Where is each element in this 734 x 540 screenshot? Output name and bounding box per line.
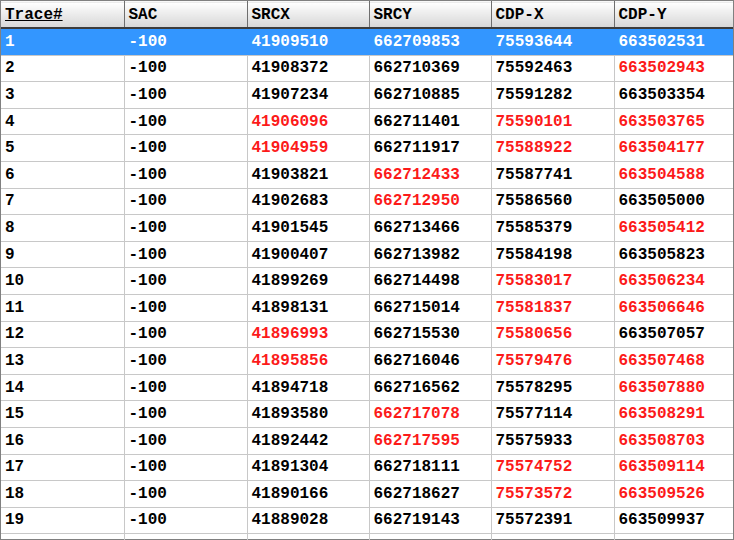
cell-trace[interactable]: 18 <box>1 481 124 508</box>
cell-trace[interactable]: 5 <box>1 135 124 162</box>
cell-cdpy[interactable]: 663505412 <box>614 215 733 242</box>
cell-sac[interactable]: -100 <box>124 481 247 508</box>
cell-trace[interactable]: 14 <box>1 374 124 401</box>
cell-cdpx[interactable]: 75584198 <box>491 241 614 268</box>
table-row[interactable]: 3-1004190723466271088575591282663503354 <box>1 82 733 109</box>
cell-cdpx[interactable]: 75574752 <box>491 454 614 481</box>
cell-cdpx[interactable]: 75579476 <box>491 348 614 375</box>
cell-srcx[interactable]: 41895856 <box>247 348 369 375</box>
cell-srcy[interactable]: 662716562 <box>369 374 491 401</box>
table-row[interactable]: 20-1004188789066271965975571210663510348 <box>1 534 733 540</box>
cell-sac[interactable]: -100 <box>124 108 247 135</box>
cell-srcy[interactable]: 662712950 <box>369 188 491 215</box>
cell-srcx[interactable]: 41889028 <box>247 507 369 534</box>
column-header-cdpx[interactable]: CDP-X <box>491 2 614 29</box>
cell-trace[interactable]: 9 <box>1 241 124 268</box>
cell-cdpy[interactable]: 663509937 <box>614 507 733 534</box>
cell-srcy[interactable]: 662716046 <box>369 348 491 375</box>
column-header-trace[interactable]: Trace# <box>1 2 124 29</box>
cell-srcx[interactable]: 41896993 <box>247 321 369 348</box>
cell-cdpx[interactable]: 75591282 <box>491 82 614 109</box>
cell-trace[interactable]: 16 <box>1 427 124 454</box>
cell-cdpx[interactable]: 75572391 <box>491 507 614 534</box>
cell-srcx[interactable]: 41908372 <box>247 55 369 82</box>
cell-cdpx[interactable]: 75590101 <box>491 108 614 135</box>
cell-sac[interactable]: -100 <box>124 28 247 55</box>
cell-cdpy[interactable]: 663502531 <box>614 28 733 55</box>
cell-cdpx[interactable]: 75573572 <box>491 481 614 508</box>
cell-cdpx[interactable]: 75587741 <box>491 161 614 188</box>
cell-srcx[interactable]: 41898131 <box>247 294 369 321</box>
cell-srcy[interactable]: 662709853 <box>369 28 491 55</box>
cell-cdpy[interactable]: 663503354 <box>614 82 733 109</box>
column-header-cdpy[interactable]: CDP-Y <box>614 2 733 29</box>
cell-sac[interactable]: -100 <box>124 374 247 401</box>
table-row[interactable]: 5-1004190495966271191775588922663504177 <box>1 135 733 162</box>
table-row[interactable]: 15-1004189358066271707875577114663508291 <box>1 401 733 428</box>
cell-cdpy[interactable]: 663506234 <box>614 268 733 295</box>
cell-cdpy[interactable]: 663504177 <box>614 135 733 162</box>
table-row[interactable]: 12-1004189699366271553075580656663507057 <box>1 321 733 348</box>
cell-trace[interactable]: 10 <box>1 268 124 295</box>
cell-sac[interactable]: -100 <box>124 401 247 428</box>
cell-trace[interactable]: 2 <box>1 55 124 82</box>
cell-cdpx[interactable]: 75571210 <box>491 534 614 540</box>
cell-trace[interactable]: 7 <box>1 188 124 215</box>
cell-srcy[interactable]: 662715014 <box>369 294 491 321</box>
cell-cdpy[interactable]: 663509526 <box>614 481 733 508</box>
cell-trace[interactable]: 11 <box>1 294 124 321</box>
cell-srcx[interactable]: 41894718 <box>247 374 369 401</box>
cell-sac[interactable]: -100 <box>124 427 247 454</box>
column-header-srcx[interactable]: SRCX <box>247 2 369 29</box>
cell-srcx[interactable]: 41899269 <box>247 268 369 295</box>
cell-srcx[interactable]: 41891304 <box>247 454 369 481</box>
table-row[interactable]: 7-1004190268366271295075586560663505000 <box>1 188 733 215</box>
cell-cdpy[interactable]: 663505823 <box>614 241 733 268</box>
cell-srcy[interactable]: 662711401 <box>369 108 491 135</box>
cell-srcx[interactable]: 41890166 <box>247 481 369 508</box>
table-row[interactable]: 9-1004190040766271398275584198663505823 <box>1 241 733 268</box>
cell-srcy[interactable]: 662715530 <box>369 321 491 348</box>
cell-srcy[interactable]: 662713982 <box>369 241 491 268</box>
cell-srcy[interactable]: 662717078 <box>369 401 491 428</box>
cell-cdpx[interactable]: 75585379 <box>491 215 614 242</box>
cell-trace[interactable]: 13 <box>1 348 124 375</box>
cell-sac[interactable]: -100 <box>124 294 247 321</box>
cell-cdpx[interactable]: 75575933 <box>491 427 614 454</box>
cell-cdpx[interactable]: 75583017 <box>491 268 614 295</box>
cell-srcx[interactable]: 41903821 <box>247 161 369 188</box>
cell-sac[interactable]: -100 <box>124 55 247 82</box>
cell-srcx[interactable]: 41904959 <box>247 135 369 162</box>
table-row[interactable]: 1-1004190951066270985375593644663502531 <box>1 28 733 55</box>
cell-cdpy[interactable]: 663507880 <box>614 374 733 401</box>
cell-srcx[interactable]: 41906096 <box>247 108 369 135</box>
cell-cdpy[interactable]: 663507468 <box>614 348 733 375</box>
cell-srcx[interactable]: 41902683 <box>247 188 369 215</box>
cell-srcy[interactable]: 662711917 <box>369 135 491 162</box>
cell-cdpy[interactable]: 663509114 <box>614 454 733 481</box>
cell-trace[interactable]: 15 <box>1 401 124 428</box>
cell-sac[interactable]: -100 <box>124 188 247 215</box>
cell-srcy[interactable]: 662717595 <box>369 427 491 454</box>
cell-srcy[interactable]: 662712433 <box>369 161 491 188</box>
cell-srcx[interactable]: 41900407 <box>247 241 369 268</box>
cell-sac[interactable]: -100 <box>124 321 247 348</box>
cell-cdpy[interactable]: 663503765 <box>614 108 733 135</box>
cell-cdpy[interactable]: 663505000 <box>614 188 733 215</box>
cell-sac[interactable]: -100 <box>124 135 247 162</box>
table-row[interactable]: 2-1004190837266271036975592463663502943 <box>1 55 733 82</box>
cell-cdpx[interactable]: 75578295 <box>491 374 614 401</box>
cell-sac[interactable]: -100 <box>124 241 247 268</box>
cell-srcy[interactable]: 662719143 <box>369 507 491 534</box>
cell-srcx[interactable]: 41893580 <box>247 401 369 428</box>
cell-trace[interactable]: 8 <box>1 215 124 242</box>
cell-srcy[interactable]: 662718111 <box>369 454 491 481</box>
cell-sac[interactable]: -100 <box>124 268 247 295</box>
cell-cdpy[interactable]: 663510348 <box>614 534 733 540</box>
table-row[interactable]: 10-1004189926966271449875583017663506234 <box>1 268 733 295</box>
table-row[interactable]: 4-1004190609666271140175590101663503765 <box>1 108 733 135</box>
cell-trace[interactable]: 6 <box>1 161 124 188</box>
cell-sac[interactable]: -100 <box>124 534 247 540</box>
table-row[interactable]: 14-1004189471866271656275578295663507880 <box>1 374 733 401</box>
cell-sac[interactable]: -100 <box>124 161 247 188</box>
